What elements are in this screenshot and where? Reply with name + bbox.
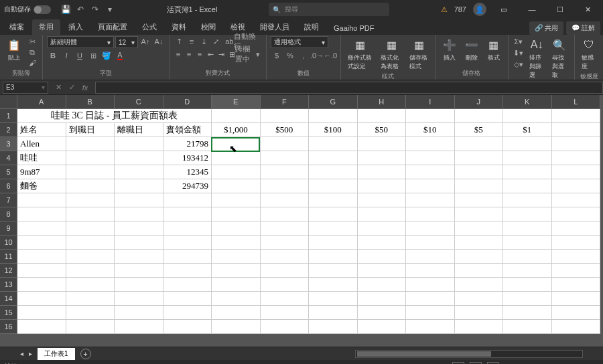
cell[interactable]	[66, 250, 115, 264]
cell[interactable]: $1,000	[212, 123, 261, 137]
undo-icon[interactable]: ↶	[75, 4, 86, 15]
cell[interactable]	[406, 109, 455, 123]
cell[interactable]	[503, 320, 552, 334]
cell[interactable]	[261, 137, 310, 151]
cell[interactable]	[358, 221, 407, 236]
cell[interactable]: $10	[406, 123, 455, 137]
cell[interactable]	[503, 207, 552, 221]
cell[interactable]: 離職日	[115, 123, 163, 137]
row-header[interactable]: 16	[0, 320, 17, 334]
cell[interactable]: 實領金額	[163, 123, 212, 137]
col-header[interactable]: I	[406, 95, 455, 109]
cell[interactable]	[358, 250, 407, 264]
cell[interactable]	[309, 320, 358, 334]
cell[interactable]	[358, 278, 407, 292]
minimize-icon[interactable]: —	[521, 0, 543, 19]
cell[interactable]	[309, 109, 358, 123]
cell[interactable]	[552, 264, 601, 278]
cell[interactable]	[66, 151, 115, 165]
cell[interactable]: Allen	[17, 137, 66, 151]
row-header[interactable]: 15	[0, 306, 17, 320]
row-header[interactable]: 3	[0, 137, 17, 151]
tab-Gaaiho PDF[interactable]: Gaaiho PDF	[327, 21, 381, 35]
maximize-icon[interactable]: ☐	[549, 0, 571, 19]
cell[interactable]	[358, 264, 407, 278]
cell[interactable]	[115, 264, 163, 278]
horizontal-scrollbar[interactable]	[355, 350, 583, 358]
cell[interactable]	[406, 250, 455, 264]
cell[interactable]	[309, 179, 358, 193]
cell[interactable]	[261, 193, 310, 207]
font-size-combo[interactable]: 12▾	[115, 36, 138, 48]
cell[interactable]	[406, 137, 455, 151]
sort-filter-button[interactable]: A↓排序與篩選	[527, 36, 547, 81]
search-input[interactable]: 🔍 搜尋	[269, 3, 389, 16]
redo-icon[interactable]: ↷	[90, 4, 100, 15]
cell[interactable]	[309, 193, 358, 207]
save-icon[interactable]: 💾	[60, 4, 71, 15]
cell[interactable]	[503, 278, 552, 292]
cell[interactable]	[17, 292, 66, 306]
cell[interactable]	[503, 109, 552, 123]
fill-icon[interactable]: ⬇▾	[513, 48, 525, 58]
cell[interactable]	[212, 179, 261, 193]
cell[interactable]: $1	[503, 123, 552, 137]
delete-button[interactable]: ➖刪除	[462, 36, 482, 64]
comments-button[interactable]: 💬 註解	[566, 21, 600, 35]
cell[interactable]	[163, 292, 212, 306]
row-header[interactable]: 14	[0, 292, 17, 306]
sheet-nav-next[interactable]: ▸	[29, 350, 32, 357]
cell[interactable]	[309, 207, 358, 221]
cell[interactable]	[66, 236, 115, 250]
cell[interactable]: $500	[261, 123, 310, 137]
cell[interactable]	[115, 179, 163, 193]
border-icon[interactable]: ⊞	[87, 50, 99, 61]
col-header[interactable]: J	[455, 95, 504, 109]
increase-decimal-icon[interactable]: .0→	[311, 50, 323, 61]
percent-icon[interactable]: %	[284, 50, 296, 61]
cell[interactable]	[261, 221, 310, 236]
accept-formula-icon[interactable]: ✓	[66, 82, 78, 94]
cell[interactable]	[358, 179, 407, 193]
col-header[interactable]: D	[163, 95, 212, 109]
underline-icon[interactable]: U	[74, 50, 86, 61]
cell[interactable]	[212, 278, 261, 292]
cell[interactable]	[552, 137, 601, 151]
cell[interactable]	[455, 292, 504, 306]
cell[interactable]	[406, 193, 455, 207]
indent-dec-icon[interactable]: ⇤	[206, 49, 215, 60]
cell[interactable]	[66, 278, 115, 292]
cell[interactable]	[358, 207, 407, 221]
cell[interactable]	[261, 250, 310, 264]
cell[interactable]	[552, 179, 601, 193]
warning-icon[interactable]: ⚠	[441, 5, 448, 14]
cell[interactable]	[163, 278, 212, 292]
row-header[interactable]: 11	[0, 250, 17, 264]
cell[interactable]: 294739	[163, 179, 212, 193]
cell[interactable]: 12345	[163, 165, 212, 179]
row-header[interactable]: 7	[0, 193, 17, 207]
cell[interactable]	[503, 165, 552, 179]
align-middle-icon[interactable]: ≡	[186, 36, 198, 47]
cell[interactable]	[503, 306, 552, 320]
cell[interactable]	[406, 292, 455, 306]
orientation-icon[interactable]: ⤢	[211, 36, 222, 47]
col-header[interactable]: G	[309, 95, 358, 109]
copy-icon[interactable]: ⧉	[26, 47, 38, 58]
cell[interactable]	[455, 179, 504, 193]
cell[interactable]	[163, 306, 212, 320]
cell[interactable]	[17, 193, 66, 207]
cell[interactable]	[406, 165, 455, 179]
cell[interactable]	[115, 250, 163, 264]
tab-頁面配置[interactable]: 頁面配置	[91, 19, 134, 35]
cell[interactable]	[455, 137, 504, 151]
align-center-icon[interactable]: ≡	[184, 49, 194, 60]
cell[interactable]	[163, 320, 212, 334]
cell[interactable]	[261, 292, 310, 306]
cell[interactable]	[66, 264, 115, 278]
cell[interactable]	[358, 165, 407, 179]
cell[interactable]	[552, 123, 601, 137]
cell[interactable]	[455, 306, 504, 320]
tab-資料[interactable]: 資料	[165, 19, 193, 35]
row-header[interactable]: 6	[0, 179, 17, 193]
